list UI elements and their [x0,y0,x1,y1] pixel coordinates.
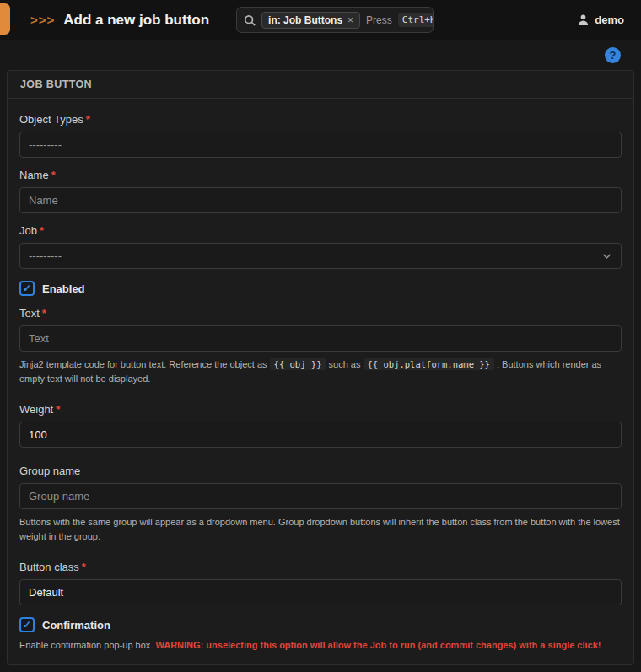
weight-input[interactable] [19,422,622,448]
name-input[interactable] [19,187,622,213]
required-marker: * [40,224,44,237]
user-menu[interactable]: demo [577,13,624,26]
user-name: demo [595,13,624,26]
text-help: Jinja2 template code for button text. Re… [19,358,622,386]
confirmation-checkbox[interactable]: ✓ [19,617,35,632]
confirmation-row: ✓ Confirmation [19,617,622,632]
weight-label: Weight* [19,403,622,416]
button-class-label: Button class* [19,561,622,573]
object-types-select[interactable]: --------- [19,132,622,158]
search-filter-label: in: Job Buttons [268,14,342,26]
job-label: Job* [19,224,622,237]
page-title: Add a new job button [63,12,209,29]
help-row: ? [0,40,641,70]
group-name-help: Buttons with the same group will appear … [19,515,622,544]
help-icon[interactable]: ? [605,47,621,63]
object-types-label: Object Types* [19,113,622,126]
group-name-label: Group name [19,465,622,477]
job-value: --------- [29,250,62,262]
search-icon [244,14,256,26]
breadcrumb-chevrons-icon: >>> [30,13,55,27]
required-marker: * [42,307,46,320]
remove-filter-icon[interactable]: × [347,14,353,26]
button-class-select[interactable]: Default [19,579,622,605]
text-label: Text* [19,307,622,320]
text-input[interactable] [19,325,622,352]
confirmation-warning: WARNING: unselecting this option will al… [155,640,601,650]
required-marker: * [86,113,90,126]
search-placeholder: Press [366,14,392,26]
job-select[interactable]: --------- [19,243,622,269]
check-icon: ✓ [23,619,31,631]
button-class-value: Default [29,586,63,599]
user-icon [577,13,590,26]
confirmation-help: Enable confirmation pop-up box. WARNING:… [19,638,622,653]
object-types-value: --------- [29,138,62,151]
sidebar-handle[interactable] [0,3,10,35]
job-button-panel: JOB BUTTON Object Types* --------- Name*… [7,70,634,665]
enabled-label: Enabled [42,282,85,295]
group-name-input[interactable] [19,483,622,509]
panel-title: JOB BUTTON [8,71,633,99]
check-icon: ✓ [23,282,31,294]
search-shortcut-kbd: Ctrl+K [398,13,434,27]
code-snippet: {{ obj }} [270,358,326,370]
confirmation-label: Confirmation [42,619,110,632]
code-snippet: {{ obj.platform.name }} [364,358,494,370]
search-filter-tag[interactable]: in: Job Buttons × [261,12,360,29]
top-navbar: >>> Add a new job button in: Job Buttons… [0,0,641,40]
enabled-row: ✓ Enabled [19,281,622,296]
required-marker: * [56,403,60,416]
name-label: Name* [19,169,622,181]
required-marker: * [51,169,56,181]
required-marker: * [82,561,86,573]
global-search-input[interactable]: in: Job Buttons × Press Ctrl+K [236,7,434,33]
chevron-down-icon [601,250,612,261]
panel-body: Object Types* --------- Name* Job* -----… [8,99,633,664]
enabled-checkbox[interactable]: ✓ [19,281,35,296]
